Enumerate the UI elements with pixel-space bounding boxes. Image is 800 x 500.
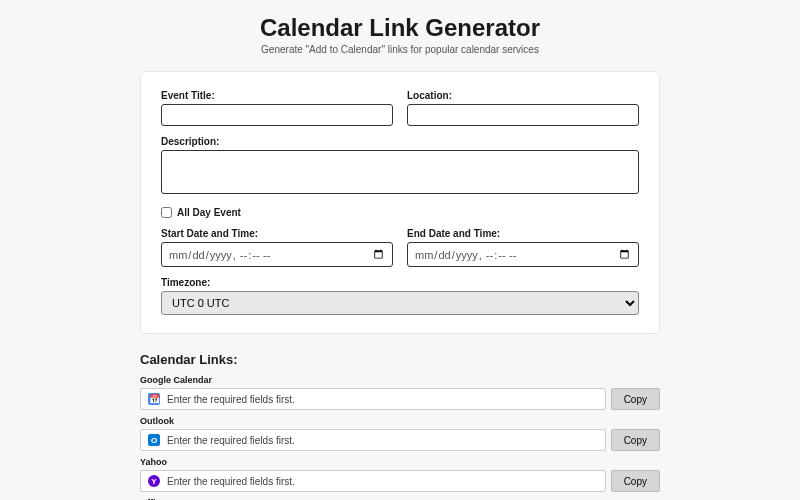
event-form-card: Event Title: Location: Description: All … (140, 71, 660, 334)
event-title-label: Event Title: (161, 90, 393, 101)
start-datetime-label: Start Date and Time: (161, 228, 393, 239)
yahoo-icon (148, 475, 160, 487)
location-input[interactable] (407, 104, 639, 126)
link-text-yahoo: Enter the required fields first. (167, 476, 295, 487)
link-output-google: Enter the required fields first. (140, 388, 606, 410)
page-subtitle: Generate "Add to Calendar" links for pop… (140, 44, 660, 55)
timezone-label: Timezone: (161, 277, 639, 288)
links-heading: Calendar Links: (140, 352, 660, 367)
outlook-icon (148, 434, 160, 446)
description-label: Description: (161, 136, 639, 147)
link-output-outlook: Enter the required fields first. (140, 429, 606, 451)
event-title-input[interactable] (161, 104, 393, 126)
service-name-google: Google Calendar (140, 375, 660, 385)
copy-button-google[interactable]: Copy (611, 388, 660, 410)
page-title: Calendar Link Generator (140, 14, 660, 42)
all-day-checkbox[interactable] (161, 207, 172, 218)
end-datetime-label: End Date and Time: (407, 228, 639, 239)
google-calendar-icon (148, 393, 160, 405)
copy-button-yahoo[interactable]: Copy (611, 470, 660, 492)
timezone-select[interactable]: UTC 0 UTC (161, 291, 639, 315)
calendar-links-section: Calendar Links: Google Calendar Enter th… (140, 352, 660, 500)
start-datetime-input[interactable] (161, 242, 393, 267)
link-text-google: Enter the required fields first. (167, 394, 295, 405)
copy-button-outlook[interactable]: Copy (611, 429, 660, 451)
all-day-label: All Day Event (177, 207, 241, 218)
service-name-outlook: Outlook (140, 416, 660, 426)
link-output-yahoo: Enter the required fields first. (140, 470, 606, 492)
link-text-outlook: Enter the required fields first. (167, 435, 295, 446)
service-name-yahoo: Yahoo (140, 457, 660, 467)
location-label: Location: (407, 90, 639, 101)
description-input[interactable] (161, 150, 639, 194)
end-datetime-input[interactable] (407, 242, 639, 267)
